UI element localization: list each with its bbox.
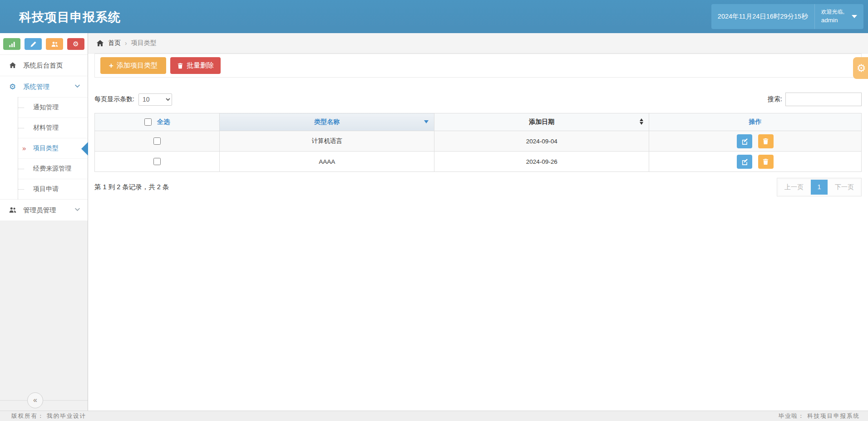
welcome-text: 欢迎光临, — [821, 8, 844, 16]
project-type-table: 全选 类型名称 添加日期 操作 — [94, 113, 862, 172]
select-all-label: 全选 — [157, 118, 170, 125]
sub-item-label: 项目申请 — [33, 185, 59, 193]
chevron-down-icon — [74, 83, 80, 90]
type-name-header[interactable]: 类型名称 — [220, 113, 434, 131]
home-icon — [96, 39, 104, 47]
type-name-label: 类型名称 — [314, 118, 340, 125]
edit-button[interactable] — [737, 134, 752, 148]
actions-cell — [649, 131, 862, 152]
users-icon — [51, 41, 58, 48]
sidebar-item-admin-management[interactable]: 管理员管理 — [0, 199, 88, 220]
edit-icon — [741, 138, 748, 145]
breadcrumb-current: 项目类型 — [131, 39, 157, 47]
gears-icon: ⚙ — [73, 41, 79, 48]
search-input[interactable] — [785, 93, 862, 106]
sidebar: ⚙ 系统后台首页 ⚙ 系统管理 — [0, 33, 88, 411]
user-identity: 欢迎光临, admin — [815, 8, 849, 25]
copyright-text: 版权所有： 我的毕业设计 — [11, 412, 86, 420]
gears-shortcut-button[interactable]: ⚙ — [67, 38, 84, 50]
sidebar-empty-area — [0, 220, 88, 392]
sidebar-item-project-application[interactable]: 项目申请 — [18, 179, 88, 199]
top-header: 科技项目申报系统 2024年11月24日16时29分15秒 欢迎光临, admi… — [0, 0, 868, 33]
delete-button[interactable] — [758, 134, 774, 148]
app-title: 科技项目申报系统 — [19, 9, 121, 25]
main-area: 首页 › 项目类型 + 添加项目类型 批量删除 ⚙ — [88, 33, 868, 411]
per-page-label: 每页显示条数: — [94, 95, 134, 103]
type-name-cell: AAAA — [220, 152, 434, 172]
per-page-control: 每页显示条数: 10 — [94, 93, 172, 106]
actions-cell — [649, 152, 862, 172]
breadcrumb-home-link[interactable]: 首页 — [108, 39, 121, 47]
footer-bar: 版权所有： 我的毕业设计 毕业啦： 科技项目申报系统 — [0, 411, 868, 421]
table-controls: 每页显示条数: 10 搜索: — [94, 93, 862, 106]
sub-item-label: 材料管理 — [33, 124, 59, 132]
sidebar-item-project-type[interactable]: » 项目类型 — [18, 138, 88, 158]
username: admin — [821, 16, 844, 25]
gears-icon: ⚙ — [8, 83, 17, 91]
sort-desc-icon — [424, 120, 429, 123]
bar-chart-shortcut-button[interactable] — [3, 38, 20, 50]
sidebar-item-backend-home[interactable]: 系统后台首页 — [0, 54, 88, 76]
sidebar-item-funding-source-management[interactable]: 经费来源管理 — [18, 158, 88, 179]
sidebar-shortcuts: ⚙ — [0, 33, 88, 54]
per-page-select[interactable]: 10 — [138, 93, 172, 106]
chevron-down-icon — [74, 206, 80, 214]
user-menu[interactable]: 2024年11月24日16时29分15秒 欢迎光临, admin — [711, 4, 863, 29]
row-checkbox[interactable] — [153, 137, 161, 145]
search-label: 搜索: — [768, 95, 782, 103]
records-summary: 第 1 到 2 条记录，共 2 条 — [94, 183, 169, 191]
trash-icon — [762, 138, 769, 145]
select-all-checkbox[interactable] — [144, 118, 152, 126]
app-window: 科技项目申报系统 2024年11月24日16时29分15秒 欢迎光临, admi… — [0, 0, 868, 421]
add-date-cell: 2024-09-04 — [434, 131, 649, 152]
row-select-cell — [95, 152, 220, 172]
pagination-prev-button[interactable]: 上一页 — [779, 180, 809, 195]
table-row: 计算机语言 2024-09-04 — [95, 131, 862, 152]
add-date-header[interactable]: 添加日期 — [434, 113, 649, 131]
table-footer: 第 1 到 2 条记录，共 2 条 上一页 1 下一页 — [94, 178, 862, 196]
row-checkbox[interactable] — [153, 158, 161, 165]
actions-label: 操作 — [749, 118, 762, 125]
add-project-type-button[interactable]: + 添加项目类型 — [100, 57, 166, 74]
table-header-row: 全选 类型名称 添加日期 操作 — [95, 113, 862, 131]
system-management-submenu: 通知管理 材料管理 » 项目类型 经费来源管理 — [0, 97, 88, 199]
sidebar-nav: 系统后台首页 ⚙ 系统管理 通知管理 材料管理 — [0, 54, 88, 220]
plus-icon: + — [109, 62, 113, 69]
toolbar: + 添加项目类型 批量删除 — [94, 54, 862, 78]
sidebar-item-system-management[interactable]: ⚙ 系统管理 — [0, 76, 88, 97]
users-icon — [8, 206, 17, 214]
table-row: AAAA 2024-09-26 — [95, 152, 862, 172]
trash-icon — [177, 63, 183, 69]
home-icon — [8, 62, 17, 69]
settings-gear-button[interactable]: ⚙ — [853, 57, 868, 79]
actions-header: 操作 — [649, 113, 862, 131]
gear-icon: ⚙ — [857, 62, 866, 74]
pagination-next-button[interactable]: 下一页 — [829, 180, 860, 195]
trash-icon — [762, 158, 769, 165]
sidebar-item-notice-management[interactable]: 通知管理 — [18, 97, 88, 117]
search-control: 搜索: — [768, 93, 862, 106]
sub-item-label: 经费来源管理 — [33, 165, 71, 173]
sub-item-label: 项目类型 — [33, 144, 59, 152]
type-name-cell: 计算机语言 — [220, 131, 434, 152]
breadcrumb-separator: › — [125, 39, 127, 47]
datetime-display: 2024年11月24日16时29分15秒 — [718, 12, 814, 21]
sort-both-icon — [640, 118, 643, 125]
active-marker-icon: » — [22, 144, 26, 152]
pagination-page-1-button[interactable]: 1 — [811, 180, 828, 195]
active-arrow-icon — [81, 142, 88, 156]
edit-icon — [741, 158, 748, 165]
sidebar-item-label: 管理员管理 — [23, 206, 56, 215]
chevron-down-icon — [852, 15, 857, 18]
add-date-cell: 2024-09-26 — [434, 152, 649, 172]
users-shortcut-button[interactable] — [46, 38, 63, 50]
batch-delete-button[interactable]: 批量删除 — [170, 57, 221, 74]
edit-button[interactable] — [737, 155, 752, 169]
delete-button[interactable] — [758, 155, 774, 169]
sidebar-collapse-button[interactable]: « — [27, 392, 43, 408]
add-date-label: 添加日期 — [529, 118, 554, 125]
select-all-header[interactable]: 全选 — [95, 113, 220, 131]
sidebar-item-material-management[interactable]: 材料管理 — [18, 117, 88, 138]
footer-right-text: 毕业啦： 科技项目申报系统 — [779, 412, 860, 420]
pencil-shortcut-button[interactable] — [25, 38, 42, 50]
